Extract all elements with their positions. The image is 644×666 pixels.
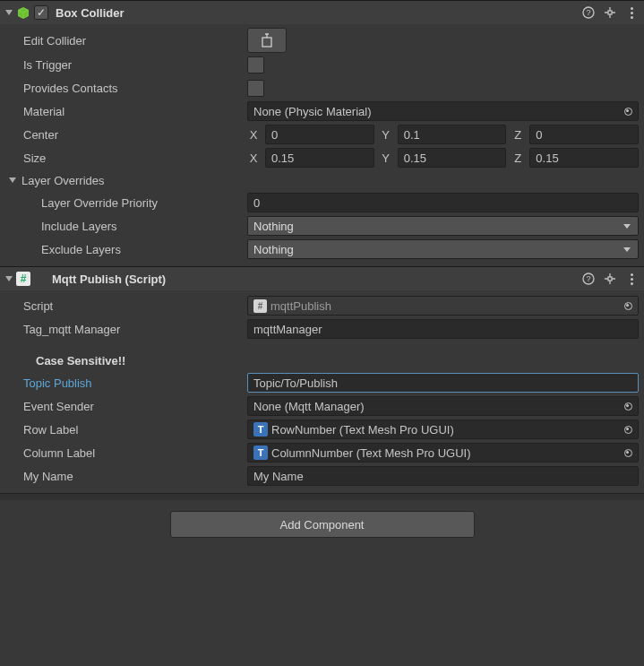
help-icon[interactable]: ? (581, 5, 596, 20)
size-label: Size (5, 151, 247, 165)
script-value: mqttPublish (270, 299, 331, 313)
center-x-input[interactable]: 0 (265, 125, 374, 144)
svg-rect-6 (608, 277, 612, 281)
object-picker-icon[interactable] (620, 399, 636, 413)
box-collider-header[interactable]: ✓ Box Collider ? (0, 1, 644, 24)
event-sender-value: None (Mqtt Manager) (253, 400, 365, 413)
include-layers-label: Include Layers (5, 220, 247, 233)
script-field: # mqttPublish (247, 296, 639, 316)
object-picker-icon[interactable] (620, 422, 636, 437)
component-title: Box Collider (52, 6, 578, 20)
exclude-layers-dropdown[interactable]: Nothing (247, 239, 639, 259)
column-label-value: ColumnNumber (Text Mesh Pro UGUI) (271, 446, 471, 460)
box-collider-component: ✓ Box Collider ? Edit Collider (0, 0, 644, 266)
script-mini-icon: # (253, 299, 267, 313)
size-x-input[interactable]: 0.15 (265, 148, 374, 168)
row-label-label: Row Label (5, 423, 247, 437)
add-component-button[interactable]: Add Component (170, 511, 475, 538)
help-icon[interactable]: ? (581, 272, 596, 286)
mqtt-publish-header[interactable]: # Mqtt Publish (Script) ? (0, 267, 644, 290)
separator (0, 493, 644, 500)
exclude-layers-label: Exclude Layers (5, 243, 247, 256)
box-collider-icon (16, 5, 30, 20)
presets-icon[interactable] (603, 5, 617, 20)
row-label-value: RowNumber (Text Mesh Pro UGUI) (271, 423, 454, 437)
event-sender-field[interactable]: None (Mqtt Manager) (247, 396, 639, 416)
edit-collider-label: Edit Collider (5, 34, 247, 48)
foldout-icon[interactable] (5, 10, 13, 15)
layer-overrides-foldout[interactable]: Layer Overrides (5, 169, 639, 191)
center-z-input[interactable]: 0 (529, 125, 639, 144)
foldout-icon (9, 177, 16, 183)
component-enabled-checkbox[interactable]: ✓ (34, 5, 48, 20)
svg-rect-2 (608, 11, 612, 14)
script-label: Script (5, 299, 247, 313)
column-label-label: Column Label (5, 446, 247, 460)
layer-overrides-title: Layer Overrides (21, 174, 104, 187)
svg-text:?: ? (586, 274, 590, 283)
svg-rect-3 (262, 38, 271, 47)
column-label-field[interactable]: T ColumnNumber (Text Mesh Pro UGUI) (247, 443, 639, 463)
component-title: Mqtt Publish (Script) (34, 272, 578, 286)
text-component-icon: T (253, 445, 268, 460)
presets-icon[interactable] (603, 272, 617, 286)
text-component-icon: T (253, 422, 268, 437)
layer-priority-input[interactable]: 0 (247, 193, 639, 212)
topic-publish-input[interactable]: Topic/To/Publish (247, 373, 639, 393)
tag-mqtt-manager-input[interactable]: mqttManager (247, 319, 639, 339)
object-picker-icon[interactable] (620, 104, 636, 118)
provides-contacts-label: Provides Contacts (5, 82, 247, 95)
context-menu-icon[interactable] (624, 5, 639, 20)
svg-text:?: ? (586, 8, 590, 17)
my-name-label: My Name (5, 470, 247, 483)
center-y-input[interactable]: 0.1 (398, 125, 507, 144)
material-field[interactable]: None (Physic Material) (247, 101, 639, 121)
size-y-input[interactable]: 0.15 (398, 148, 507, 168)
case-sensitive-note: Case Sensitive!! (5, 354, 247, 368)
foldout-icon[interactable] (5, 276, 13, 281)
material-value: None (Physic Material) (253, 105, 372, 118)
mqtt-publish-component: # Mqtt Publish (Script) ? Script # (0, 266, 644, 493)
material-label: Material (5, 105, 247, 118)
provides-contacts-checkbox[interactable] (247, 80, 264, 97)
context-menu-icon[interactable] (624, 272, 639, 286)
center-label: Center (5, 128, 247, 142)
object-picker-icon[interactable] (620, 298, 636, 313)
edit-collider-button[interactable] (247, 28, 287, 53)
my-name-input[interactable]: My Name (247, 466, 639, 486)
is-trigger-label: Is Trigger (5, 58, 247, 72)
layer-priority-label: Layer Override Priority (5, 196, 247, 210)
include-layers-dropdown[interactable]: Nothing (247, 216, 639, 236)
event-sender-label: Event Sender (5, 400, 247, 413)
tag-mqtt-manager-label: Tag_mqtt Manager (5, 323, 247, 336)
is-trigger-checkbox[interactable] (247, 56, 264, 74)
size-z-input[interactable]: 0.15 (529, 148, 639, 168)
topic-publish-label: Topic Publish (5, 376, 247, 390)
row-label-field[interactable]: T RowNumber (Text Mesh Pro UGUI) (247, 419, 639, 439)
script-icon: # (16, 272, 30, 286)
object-picker-icon[interactable] (620, 445, 636, 460)
